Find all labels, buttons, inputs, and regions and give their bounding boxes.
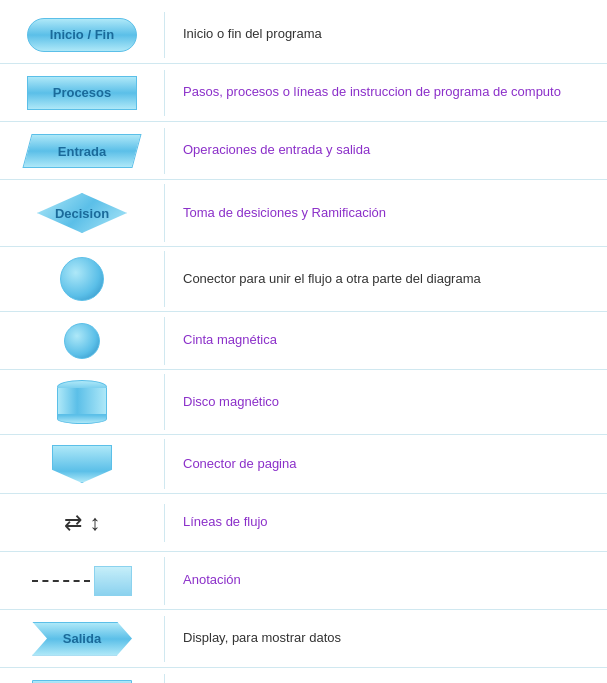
desc-text-disco: Disco magnético — [183, 394, 279, 409]
desc-procesos: Pasos, procesos o líneas de instruccion … — [165, 77, 607, 107]
desc-text-entrada: Operaciones de entrada y salida — [183, 142, 370, 157]
arrows-horizontal: ⇄ — [64, 510, 82, 536]
shape-disco — [57, 380, 107, 424]
shape-cell-entrada: Entrada — [0, 128, 165, 174]
row-decision: Decision Toma de desiciones y Ramificaci… — [0, 180, 607, 247]
row-entrada: Entrada Operaciones de entrada y salida — [0, 122, 607, 180]
shape-label-decision: Decision — [55, 206, 109, 221]
shape-label-inicio: Inicio / Fin — [50, 27, 114, 42]
desc-text-conector-pagina: Conector de pagina — [183, 456, 296, 471]
shape-label-procesos: Procesos — [53, 85, 112, 100]
shape-cell-decision: Decision — [0, 184, 165, 242]
row-conector-flujo: Conector para unir el flujo a otra parte… — [0, 247, 607, 312]
rect-note-anotacion — [94, 566, 132, 596]
shape-cell-procesos: Procesos — [0, 70, 165, 116]
desc-anotacion: Anotación — [165, 565, 607, 595]
desc-lineas-flujo: Líneas de flujo — [165, 507, 607, 537]
desc-conector-pagina: Conector de pagina — [165, 449, 607, 479]
row-display: Display Envía datos a la impresora — [0, 668, 607, 683]
desc-salida: Display, para mostrar datos — [165, 623, 607, 653]
row-cinta: Cinta magnética — [0, 312, 607, 370]
desc-text-anotacion: Anotación — [183, 572, 241, 587]
row-lineas-flujo: ⇄ ↕ Líneas de flujo — [0, 494, 607, 552]
shape-decision: Decision — [37, 193, 127, 233]
shape-decision-wrapper: Decision — [22, 190, 142, 236]
desc-decision: Toma de desiciones y Ramificación — [165, 198, 607, 228]
shape-cinta — [64, 323, 100, 359]
shape-cell-display: Display — [0, 674, 165, 683]
shape-cell-salida: Salida — [0, 616, 165, 662]
dashed-line-anotacion — [32, 580, 90, 582]
row-disco: Disco magnético — [0, 370, 607, 435]
flowchart-legend: Inicio / Fin Inicio o fin del programa P… — [0, 0, 607, 683]
desc-conector-flujo: Conector para unir el flujo a otra parte… — [165, 264, 607, 294]
row-salida: Salida Display, para mostrar datos — [0, 610, 607, 668]
shape-lineas-flujo: ⇄ ↕ — [64, 510, 101, 536]
shape-inicio-fin: Inicio / Fin — [27, 18, 137, 52]
desc-text-decision: Toma de desiciones y Ramificación — [183, 205, 386, 220]
shape-cell-inicio: Inicio / Fin — [0, 12, 165, 58]
row-anotacion: Anotación — [0, 552, 607, 610]
desc-text-procesos: Pasos, procesos o líneas de instruccion … — [183, 84, 561, 99]
shape-entrada: Entrada — [22, 134, 141, 168]
shape-cell-cinta — [0, 317, 165, 365]
shape-procesos: Procesos — [27, 76, 137, 110]
row-conector-pagina: Conector de pagina — [0, 435, 607, 494]
shape-conector-flujo — [60, 257, 104, 301]
shape-cell-disco — [0, 374, 165, 430]
shape-conector-pagina — [52, 445, 112, 483]
row-inicio-fin: Inicio / Fin Inicio o fin del programa — [0, 6, 607, 64]
cylinder-bottom — [57, 414, 107, 424]
shape-cell-conector-pagina — [0, 439, 165, 489]
desc-entrada: Operaciones de entrada y salida — [165, 135, 607, 165]
shape-cell-anotacion — [0, 557, 165, 605]
desc-text-inicio: Inicio o fin del programa — [183, 26, 322, 41]
arrows-vertical: ↕ — [90, 510, 101, 536]
shape-cell-conector-flujo — [0, 251, 165, 307]
shape-label-entrada: Entrada — [58, 143, 106, 158]
desc-text-salida: Display, para mostrar datos — [183, 630, 341, 645]
desc-inicio: Inicio o fin del programa — [165, 19, 607, 49]
desc-cinta: Cinta magnética — [165, 325, 607, 355]
desc-text-cinta: Cinta magnética — [183, 332, 277, 347]
desc-disco: Disco magnético — [165, 387, 607, 417]
shape-salida: Salida — [32, 622, 132, 656]
shape-cell-lineas-flujo: ⇄ ↕ — [0, 504, 165, 542]
desc-text-lineas-flujo: Líneas de flujo — [183, 514, 268, 529]
shape-anotacion — [32, 563, 132, 599]
shape-label-salida: Salida — [63, 631, 101, 646]
row-procesos: Procesos Pasos, procesos o líneas de ins… — [0, 64, 607, 122]
desc-text-conector-flujo: Conector para unir el flujo a otra parte… — [183, 271, 481, 286]
